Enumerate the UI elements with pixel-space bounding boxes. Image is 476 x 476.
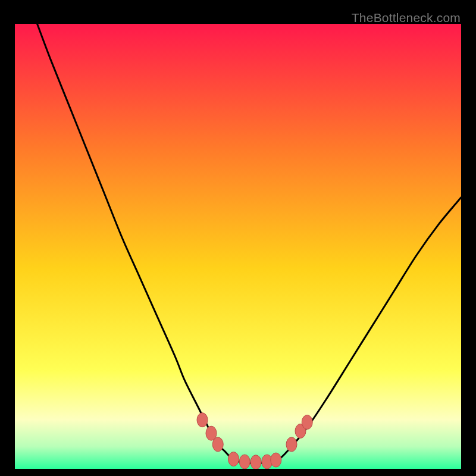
data-marker <box>286 437 297 452</box>
data-marker <box>302 415 312 429</box>
data-marker <box>212 437 223 452</box>
data-marker <box>228 452 239 466</box>
chart-svg <box>15 24 461 469</box>
gradient-bg <box>15 24 461 469</box>
plot-area <box>15 24 461 469</box>
watermark-text: TheBottleneck.com <box>352 11 461 25</box>
outer-frame: TheBottleneck.com <box>7 7 469 469</box>
data-marker <box>250 455 261 469</box>
data-marker <box>271 453 281 467</box>
data-marker <box>197 413 208 427</box>
data-marker <box>239 455 250 469</box>
